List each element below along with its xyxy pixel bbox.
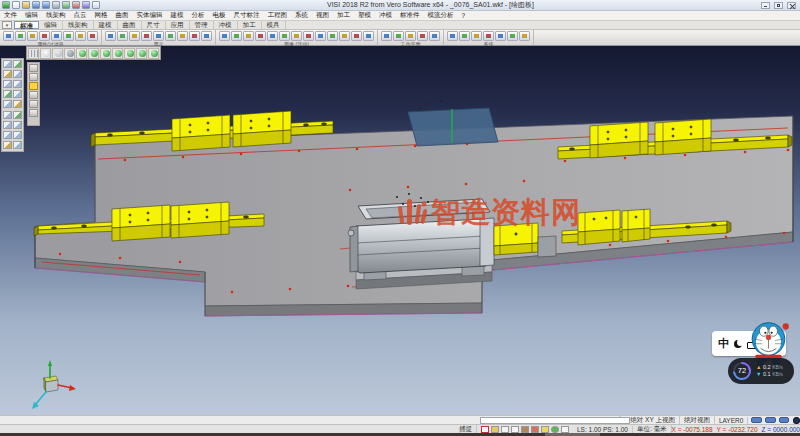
net-speed-gauge[interactable]: 72 ▲ 0.2 KB/s ▼ 0.1 KB/s — [728, 358, 794, 384]
zoom-in-icon[interactable] — [243, 31, 254, 41]
erase-icon[interactable] — [13, 70, 22, 78]
menu-item[interactable]: 标准件 — [396, 11, 424, 20]
model-tree-icon[interactable] — [29, 64, 38, 72]
show-edges-icon[interactable] — [165, 31, 176, 41]
rotate-view-icon[interactable] — [279, 31, 290, 41]
minimize-button[interactable] — [761, 2, 770, 9]
hidden-line-icon[interactable] — [129, 31, 140, 41]
workplane-grid-icon[interactable] — [561, 426, 569, 433]
moon-icon[interactable] — [734, 340, 742, 348]
wireframe-icon[interactable] — [105, 31, 116, 41]
workplane-by-face-icon[interactable] — [393, 31, 404, 41]
menu-item[interactable]: 分析 — [188, 11, 209, 20]
color-filter-icon[interactable] — [39, 31, 50, 41]
menu-item[interactable]: 冲模 — [375, 11, 396, 20]
history-icon[interactable] — [29, 109, 38, 117]
element-filter-icon[interactable] — [15, 31, 26, 41]
ribbon-tab[interactable]: 编辑 — [39, 21, 63, 29]
rotate-tool-icon[interactable] — [3, 121, 12, 129]
menu-item[interactable]: 点云 — [70, 11, 91, 20]
menu-item[interactable]: 网格 — [91, 11, 112, 20]
menu-item[interactable]: 模流分析 — [424, 11, 458, 20]
menu-item[interactable]: 电极 — [209, 11, 230, 20]
timer-icon[interactable] — [551, 426, 559, 433]
gray-sphere-view-icon[interactable] — [64, 48, 75, 59]
yellow-slide-block[interactable] — [494, 223, 538, 255]
redo-icon[interactable] — [72, 1, 80, 9]
circle-icon[interactable] — [13, 80, 22, 88]
iso-ne-view-icon[interactable] — [100, 48, 111, 59]
menu-item[interactable]: 系统 — [291, 11, 312, 20]
shaded-icon[interactable] — [117, 31, 128, 41]
menu-item[interactable]: 加工 — [333, 11, 354, 20]
view-manager-icon[interactable] — [351, 31, 362, 41]
macro-icon[interactable] — [495, 31, 506, 41]
color-table-icon[interactable] — [447, 31, 458, 41]
menu-item[interactable]: 线架构 — [42, 11, 70, 20]
ribbon-tab[interactable]: 尺寸 — [142, 21, 166, 29]
ribbon-tab[interactable]: 加工 — [238, 21, 262, 29]
coupler-block[interactable] — [538, 236, 556, 257]
menu-item[interactable]: 尺寸标注 — [230, 11, 264, 20]
grid-plane-icon[interactable] — [28, 48, 39, 59]
ribbon-tab[interactable]: 管理 — [190, 21, 214, 29]
color-swatch[interactable] — [751, 417, 762, 423]
select-icon[interactable] — [3, 60, 12, 68]
text-icon[interactable] — [3, 141, 12, 149]
chamfer-icon[interactable] — [3, 100, 12, 108]
fillet-icon[interactable] — [13, 90, 22, 98]
measure-icon[interactable] — [3, 131, 12, 139]
ime-language-indicator[interactable]: 中 — [718, 336, 729, 351]
customize-arrow-icon[interactable] — [92, 1, 100, 9]
transparency-icon[interactable] — [141, 31, 152, 41]
menu-item[interactable]: 塑模 — [354, 11, 375, 20]
ortho-icon[interactable] — [541, 426, 549, 433]
top-sphere-view-icon[interactable] — [124, 48, 135, 59]
entity-snap-icon[interactable] — [501, 426, 509, 433]
dimension-icon[interactable] — [13, 131, 22, 139]
zoom-out-icon[interactable] — [255, 31, 266, 41]
close-button[interactable] — [787, 2, 796, 9]
invert-selection-icon[interactable] — [75, 31, 86, 41]
midpoint-snap-icon[interactable] — [511, 426, 519, 433]
save-icon[interactable] — [32, 1, 40, 9]
maximize-button[interactable] — [774, 2, 783, 9]
dynamic-view-icon[interactable] — [327, 31, 338, 41]
clipping-icon[interactable] — [189, 31, 200, 41]
offset-icon[interactable] — [13, 100, 22, 108]
mirror-icon[interactable] — [3, 111, 12, 119]
snapshot-icon[interactable] — [459, 31, 470, 41]
settings-icon[interactable] — [82, 1, 90, 9]
workplane-list-icon[interactable] — [429, 31, 440, 41]
select-none-icon[interactable] — [63, 31, 74, 41]
move-icon[interactable] — [13, 111, 22, 119]
save-all-icon[interactable] — [42, 1, 50, 9]
iso-se-view-icon[interactable] — [88, 48, 99, 59]
ribbon-tab[interactable]: 冲模 — [214, 21, 238, 29]
layers-panel-icon[interactable] — [29, 73, 38, 81]
center-snap-icon[interactable] — [521, 426, 529, 433]
pan-icon[interactable] — [267, 31, 278, 41]
open-file-icon[interactable] — [22, 1, 30, 9]
command-input[interactable] — [480, 417, 630, 424]
workplane-icon[interactable] — [381, 31, 392, 41]
show-points-icon[interactable] — [153, 31, 164, 41]
menu-item[interactable]: 视图 — [312, 11, 333, 20]
app-icon[interactable] — [2, 1, 10, 9]
grid-snap-icon[interactable] — [481, 426, 489, 433]
graphics-viewport[interactable]: 智造资料网 中 — [0, 46, 800, 415]
options-icon[interactable] — [483, 31, 494, 41]
layer-filter-icon[interactable] — [27, 31, 38, 41]
color-swatch[interactable] — [779, 417, 790, 423]
active-layer-icon[interactable] — [29, 82, 38, 90]
status-color-dot[interactable] — [793, 417, 800, 424]
undo-icon[interactable] — [62, 1, 70, 9]
menu-item[interactable]: ? — [458, 12, 470, 19]
menu-item[interactable]: 工程图 — [264, 11, 292, 20]
mask-icon[interactable] — [29, 100, 38, 108]
ribbon-tab[interactable]: 建模 — [94, 21, 118, 29]
zoom-fit-icon[interactable] — [231, 31, 242, 41]
active-layer[interactable]: LAYER0 — [715, 417, 748, 424]
ribbon-tab[interactable]: 标准 — [14, 21, 39, 29]
next-view-icon[interactable] — [303, 31, 314, 41]
